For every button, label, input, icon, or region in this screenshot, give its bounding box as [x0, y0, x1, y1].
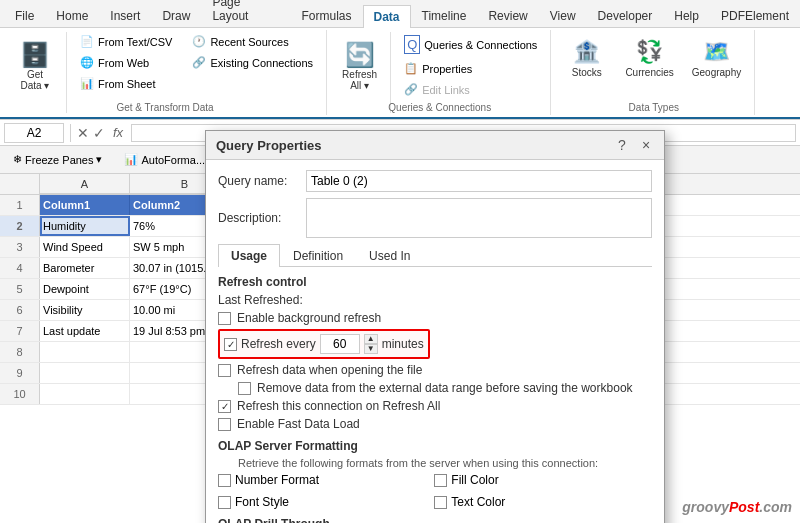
- font-style-checkbox[interactable]: [218, 496, 231, 509]
- cell-a7[interactable]: Last update: [40, 321, 130, 341]
- cell-a10[interactable]: [40, 384, 130, 404]
- tab-view[interactable]: View: [539, 4, 587, 27]
- connections-icon: 🔗: [192, 56, 206, 69]
- name-box[interactable]: [4, 123, 64, 143]
- confirm-formula-icon[interactable]: ✓: [93, 125, 105, 141]
- enable-background-checkbox[interactable]: [218, 312, 231, 325]
- refresh-control-title: Refresh control: [218, 275, 652, 289]
- get-data-label: Get: [27, 69, 43, 80]
- cell-a6[interactable]: Visibility: [40, 300, 130, 320]
- tab-page-layout[interactable]: Page Layout: [201, 0, 290, 27]
- freeze-panes-button[interactable]: ❄ Freeze Panes ▾: [6, 150, 109, 169]
- from-sheet-button[interactable]: 📊 From Sheet: [73, 74, 179, 93]
- fast-data-row: Enable Fast Data Load: [218, 417, 652, 431]
- dialog-help-button[interactable]: ?: [614, 137, 630, 153]
- currencies-button[interactable]: 💱 Currencies: [618, 36, 680, 81]
- text-color-checkbox[interactable]: [434, 496, 447, 509]
- properties-button[interactable]: 📋 Properties: [397, 59, 544, 78]
- number-format-label: Number Format: [235, 473, 319, 487]
- refresh-every-unit: minutes: [382, 337, 424, 351]
- tab-file[interactable]: File: [4, 4, 45, 27]
- remove-data-label: Remove data from the external data range…: [257, 381, 633, 395]
- olap-font-style: Font Style: [218, 495, 426, 509]
- from-text-csv-button[interactable]: 📄 From Text/CSV: [73, 32, 179, 51]
- cell-a2[interactable]: Humidity: [40, 216, 130, 236]
- row-num-10: 10: [0, 384, 40, 404]
- tab-draw[interactable]: Draw: [151, 4, 201, 27]
- fast-data-checkbox[interactable]: [218, 418, 231, 431]
- refresh-on-open-label: Refresh data when opening the file: [237, 363, 422, 377]
- description-row: Description:: [218, 198, 652, 238]
- query-name-input[interactable]: [306, 170, 652, 192]
- geography-button[interactable]: 🗺️ Geography: [685, 36, 748, 81]
- tab-review[interactable]: Review: [477, 4, 538, 27]
- tab-usage[interactable]: Usage: [218, 244, 280, 267]
- tab-insert[interactable]: Insert: [99, 4, 151, 27]
- properties-icon: 📋: [404, 62, 418, 75]
- from-web-icon: 🌐: [80, 56, 94, 69]
- tab-data[interactable]: Data: [363, 5, 411, 28]
- tab-pdfelement[interactable]: PDFElement: [710, 4, 800, 27]
- group-queries: 🔄 Refresh All ▾ Q Queries & Connections …: [329, 30, 551, 115]
- queries-connections-button[interactable]: Q Queries & Connections: [397, 32, 544, 57]
- cell-a9[interactable]: [40, 363, 130, 383]
- refresh-every-checkbox[interactable]: [224, 338, 237, 351]
- olap-drill-title: OLAP Drill Through: [218, 517, 652, 523]
- spinner-up-button[interactable]: ▲: [364, 334, 378, 344]
- cell-a3[interactable]: Wind Speed: [40, 237, 130, 257]
- database-icon: 🗄️: [20, 41, 50, 69]
- from-sheet-label: From Sheet: [98, 78, 155, 90]
- tab-definition[interactable]: Definition: [280, 244, 356, 267]
- freeze-label: Freeze Panes: [25, 154, 93, 166]
- olap-title: OLAP Server Formatting: [218, 439, 652, 453]
- refresh-every-input[interactable]: [320, 334, 360, 354]
- row-num-2: 2: [0, 216, 40, 236]
- last-refreshed-row: Last Refreshed:: [218, 293, 652, 307]
- tab-developer[interactable]: Developer: [587, 4, 664, 27]
- group-data-types: 🏦 Stocks 💱 Currencies 🗺️ Geography Data …: [553, 30, 755, 115]
- edit-links-label: Edit Links: [422, 84, 470, 96]
- description-input[interactable]: [306, 198, 652, 238]
- col-header-a[interactable]: A: [40, 174, 130, 194]
- cell-a5[interactable]: Dewpoint: [40, 279, 130, 299]
- stocks-icon: 🏦: [573, 39, 600, 65]
- geography-label: Geography: [692, 67, 741, 78]
- from-web-button[interactable]: 🌐 From Web: [73, 53, 179, 72]
- number-format-checkbox[interactable]: [218, 474, 231, 487]
- refresh-every-label: Refresh every: [241, 337, 316, 351]
- edit-links-button[interactable]: 🔗 Edit Links: [397, 80, 544, 99]
- tab-help[interactable]: Help: [663, 4, 710, 27]
- tab-used-in[interactable]: Used In: [356, 244, 423, 267]
- row-num-4: 4: [0, 258, 40, 278]
- fill-color-checkbox[interactable]: [434, 474, 447, 487]
- tab-timeline[interactable]: Timeline: [411, 4, 478, 27]
- get-transform-label: Get & Transform Data: [4, 102, 326, 113]
- tab-home[interactable]: Home: [45, 4, 99, 27]
- query-properties-dialog: Query Properties ? × Query name: Descrip…: [205, 130, 665, 523]
- queries-connections-label: Queries & Connections: [424, 39, 537, 51]
- existing-connections-button[interactable]: 🔗 Existing Connections: [185, 53, 320, 72]
- query-name-row: Query name:: [218, 170, 652, 192]
- cancel-formula-icon[interactable]: ✕: [77, 125, 89, 141]
- refresh-all-button[interactable]: 🔄 Refresh All ▾: [335, 38, 384, 94]
- get-data-button[interactable]: 🗄️ Get Data ▾: [10, 38, 60, 94]
- group-get-transform: 🗄️ Get Data ▾ 📄 From Text/CSV 🌐 From Web: [4, 30, 327, 115]
- refresh-all-checkbox[interactable]: [218, 400, 231, 413]
- cell-a1[interactable]: Column1: [40, 195, 130, 215]
- fast-data-label: Enable Fast Data Load: [237, 417, 360, 431]
- cell-a8[interactable]: [40, 342, 130, 362]
- remove-data-checkbox[interactable]: [238, 382, 251, 395]
- tab-formulas[interactable]: Formulas: [290, 4, 362, 27]
- recent-sources-button[interactable]: 🕐 Recent Sources: [185, 32, 320, 51]
- dialog-close-button[interactable]: ×: [638, 137, 654, 153]
- spinner-down-button[interactable]: ▼: [364, 344, 378, 354]
- edit-links-icon: 🔗: [404, 83, 418, 96]
- cell-a4[interactable]: Barometer: [40, 258, 130, 278]
- stocks-button[interactable]: 🏦 Stocks: [559, 36, 614, 81]
- currencies-icon: 💱: [636, 39, 663, 65]
- refresh-on-open-checkbox[interactable]: [218, 364, 231, 377]
- freeze-arrow: ▾: [96, 153, 102, 166]
- text-color-label: Text Color: [451, 495, 505, 509]
- dialog-tab-bar: Usage Definition Used In: [218, 244, 652, 267]
- autoformat-button[interactable]: 📊 AutoForma...: [117, 150, 212, 169]
